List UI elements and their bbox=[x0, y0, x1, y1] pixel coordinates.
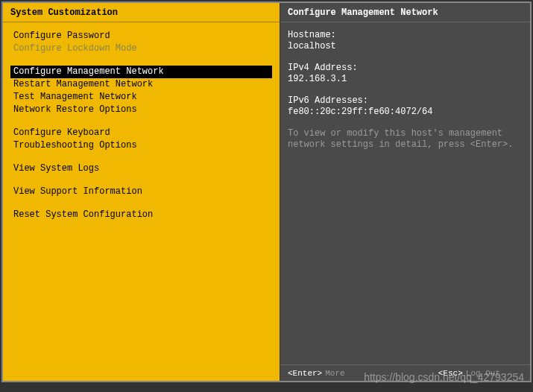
left-title-text: System Customization bbox=[10, 7, 118, 18]
hint-text: To view or modify this host's management… bbox=[288, 128, 523, 151]
menu-item-reset-system-configuration[interactable]: Reset System Configuration bbox=[10, 209, 272, 221]
content-area: System Customization Configure PasswordC… bbox=[3, 3, 530, 381]
footer-esc-label: Log Out bbox=[466, 369, 500, 378]
left-panel: System Customization Configure PasswordC… bbox=[3, 3, 280, 381]
menu-list: Configure PasswordConfigure Lockdown Mod… bbox=[3, 22, 280, 381]
ipv6-value: fe80::20c:29ff:fe60:4072/64 bbox=[288, 107, 523, 118]
right-panel-title: Configure Management Network bbox=[280, 3, 530, 22]
menu-group: Configure Management NetworkRestart Mana… bbox=[10, 66, 272, 116]
ipv6-block: IPv6 Addresses: fe80::20c:29ff:fe60:4072… bbox=[288, 95, 523, 118]
ipv4-label: IPv4 Address: bbox=[288, 63, 523, 74]
console-frame: System Customization Configure PasswordC… bbox=[1, 1, 532, 382]
footer-enter-key[interactable]: <Enter> bbox=[288, 369, 322, 378]
hostname-label: Hostname: bbox=[288, 30, 523, 41]
menu-group: Configure PasswordConfigure Lockdown Mod… bbox=[10, 30, 272, 55]
right-title-text: Configure Management Network bbox=[288, 7, 438, 18]
menu-item-configure-password[interactable]: Configure Password bbox=[10, 30, 272, 42]
hostname-value: localhost bbox=[288, 41, 523, 52]
footer-enter-label: More bbox=[325, 369, 344, 378]
menu-group: Reset System Configuration bbox=[10, 209, 272, 221]
menu-item-configure-lockdown-mode: Configure Lockdown Mode bbox=[10, 42, 272, 55]
menu-item-view-support-information[interactable]: View Support Information bbox=[10, 186, 272, 198]
menu-item-network-restore-options[interactable]: Network Restore Options bbox=[10, 104, 272, 116]
detail-body: Hostname: localhost IPv4 Address: 192.16… bbox=[280, 22, 530, 364]
footer-bar: <Enter> More <Esc> Log Out bbox=[280, 364, 530, 381]
menu-item-configure-keyboard[interactable]: Configure Keyboard bbox=[10, 127, 272, 139]
menu-item-test-management-network[interactable]: Test Management Network bbox=[10, 91, 272, 104]
left-panel-title: System Customization bbox=[3, 3, 280, 22]
menu-item-troubleshooting-options[interactable]: Troubleshooting Options bbox=[10, 139, 272, 152]
menu-group: View Support Information bbox=[10, 186, 272, 198]
menu-group: View System Logs bbox=[10, 162, 272, 175]
menu-item-restart-management-network[interactable]: Restart Management Network bbox=[10, 78, 272, 91]
hostname-block: Hostname: localhost bbox=[288, 30, 523, 52]
ipv4-value: 192.168.3.1 bbox=[288, 74, 523, 85]
ipv4-block: IPv4 Address: 192.168.3.1 bbox=[288, 63, 523, 85]
menu-item-view-system-logs[interactable]: View System Logs bbox=[10, 162, 272, 175]
ipv6-label: IPv6 Addresses: bbox=[288, 95, 523, 107]
menu-item-configure-management-network[interactable]: Configure Management Network bbox=[10, 66, 272, 78]
footer-esc-key[interactable]: <Esc> bbox=[438, 369, 463, 378]
menu-group: Configure KeyboardTroubleshooting Option… bbox=[10, 127, 272, 152]
right-panel: Configure Management Network Hostname: l… bbox=[280, 3, 530, 381]
